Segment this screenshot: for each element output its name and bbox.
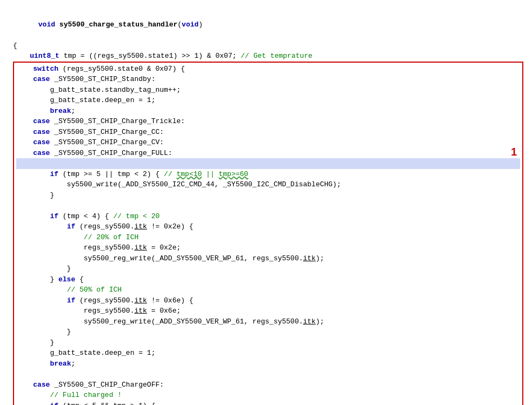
line-10: case _SY5500_ST_CHIP_Charge_CC:: [16, 127, 520, 138]
line-15: sy5500_write(_ADD_SY5500_I2C_CMD_44, _SY…: [16, 179, 520, 190]
line-36: if (tmp < 5 && tmp > 1) {: [16, 401, 520, 406]
line-32: break;: [16, 359, 520, 369]
line-28: sy5500_reg_write(_ADD_SY5500_VER_WP_61, …: [16, 316, 520, 327]
line-5: case _SY5500_ST_CHIP_Standby:: [16, 74, 520, 85]
annotation-1: 1: [511, 146, 517, 158]
line-22: sy5500_reg_write(_ADD_SY5500_VER_WP_61, …: [16, 253, 520, 264]
line-1: void sy5500_charge_status_handler(void): [13, 9, 523, 40]
line-13: [16, 158, 520, 169]
line-14: if (tmp >= 5 || tmp < 2) { // tmp<10 || …: [16, 169, 520, 180]
keyword-void: void: [38, 21, 55, 29]
line-4: switch (regs_sy5500.state0 & 0x07) {: [16, 64, 520, 75]
line-31: g_batt_state.deep_en = 1;: [16, 348, 520, 359]
line-18: if (tmp < 4) { // tmp < 20: [16, 211, 520, 222]
line-30: }: [16, 338, 520, 348]
line-2: {: [13, 40, 523, 51]
line-3: uint8_t tmp = ((regs_sy5500.state1) >> 1…: [13, 51, 523, 62]
line-24: } else {: [16, 274, 520, 285]
line-35: // Full charged !: [16, 390, 520, 401]
line-19: if (regs_sy5500.itk != 0x2e) {: [16, 221, 520, 232]
function-name: sy5500_charge_status_handler: [59, 21, 177, 29]
line-26: if (regs_sy5500.itk != 0x6e) {: [16, 295, 520, 306]
line-25: // 50% of ICH: [16, 285, 520, 295]
line-8: break;: [16, 106, 520, 117]
line-16: }: [16, 190, 520, 201]
highlighted-region: switch (regs_sy5500.state0 & 0x07) { cas…: [13, 62, 523, 406]
line-23: }: [16, 264, 520, 274]
line-27: regs_sy5500.itk = 0x6e;: [16, 306, 520, 316]
line-33: [16, 369, 520, 380]
code-content: void sy5500_charge_status_handler(void) …: [6, 4, 530, 405]
type-void: void: [182, 21, 198, 29]
line-11: case _SY5500_ST_CHIP_Charge_CV:: [16, 137, 520, 148]
code-view: void sy5500_charge_status_handler(void) …: [0, 0, 532, 405]
line-29: }: [16, 327, 520, 338]
line-6: g_batt_state.standby_tag_num++;: [16, 85, 520, 96]
line-21: regs_sy5500.itk = 0x2e;: [16, 242, 520, 253]
line-7: g_batt_state.deep_en = 1;: [16, 95, 520, 106]
line-34: case _SY5500_ST_CHIP_ChargeOFF:: [16, 380, 520, 390]
line-17: [16, 200, 520, 211]
line-9: case _SY5500_ST_CHIP_Charge_Trickle:: [16, 116, 520, 127]
line-12: case _SY5500_ST_CHIP_Charge_FULL:: [16, 148, 520, 159]
line-20: // 20% of ICH: [16, 232, 520, 243]
